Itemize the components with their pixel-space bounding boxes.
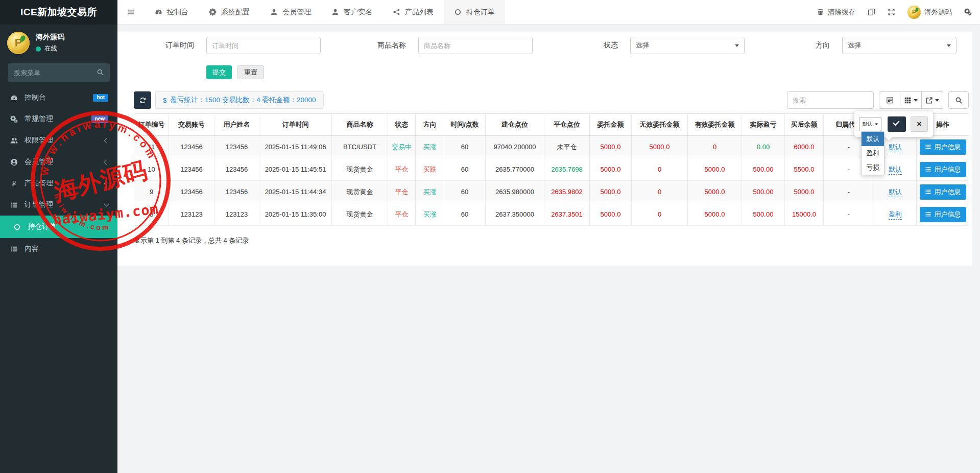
table-cell: 现货黄金 — [332, 158, 388, 181]
nav-tab-product-list[interactable]: 产品列表 — [383, 0, 444, 24]
column-header[interactable]: 建仓点位 — [486, 114, 544, 136]
pnl-stats-bar: $ 盈亏统计：1500 交易比数：4 委托金额：20000 — [155, 91, 324, 109]
table-cell: - — [824, 203, 874, 226]
detail-view-button[interactable] — [879, 91, 900, 109]
sidebar-item-products[interactable]: 产品管理 — [0, 173, 117, 194]
column-header[interactable]: 交易账号 — [169, 114, 214, 136]
nav-tab-positions[interactable]: 持仓订单 — [444, 0, 505, 24]
column-header[interactable]: 无效委托金额 — [632, 114, 688, 136]
dropdown-option-loss[interactable]: 亏损 — [862, 160, 884, 175]
cancel-button[interactable]: × — [911, 116, 928, 132]
copy-pages-button[interactable] — [868, 8, 875, 16]
sidebar-item-orders[interactable]: 订单管理 — [0, 194, 117, 216]
column-header[interactable]: 实际盈亏 — [742, 114, 785, 136]
confirm-button[interactable] — [888, 116, 906, 132]
column-header[interactable]: 买后余额 — [785, 114, 824, 136]
profit-type-link[interactable]: 默认 — [889, 143, 902, 152]
content-panel: 订单时间 商品名称 状态 选择 方向 选择 提交 重置 $ — [117, 32, 972, 266]
fullscreen-button[interactable] — [888, 8, 895, 16]
avatar — [907, 6, 921, 19]
user-info-button[interactable]: 用户信息 — [920, 184, 966, 200]
table-cell: 买跌 — [416, 158, 444, 181]
table-cell: 2025-01-15 11:44:34 — [259, 181, 332, 203]
user-name: 海外源码 — [36, 33, 64, 42]
column-header[interactable]: 平仓点位 — [544, 114, 590, 136]
column-header[interactable]: 时间/点数 — [444, 114, 486, 136]
status-label: 状态 — [570, 41, 618, 50]
hamburger-icon — [127, 8, 135, 16]
table-toolbar: $ 盈亏统计：1500 交易比数：4 委托金额：20000 — [134, 91, 969, 109]
table-cell: 5000.0 — [688, 203, 742, 226]
direction-label: 方向 — [782, 41, 830, 50]
column-header[interactable]: 用户姓名 — [214, 114, 259, 136]
order-time-input[interactable] — [206, 37, 321, 54]
sidebar-search-input[interactable] — [8, 63, 110, 82]
profit-type-select[interactable]: 默认 — [859, 117, 881, 131]
nav-tab-dashboard[interactable]: 控制台 — [145, 0, 199, 24]
table-cell: 5000.0 — [688, 181, 742, 203]
column-header[interactable]: 商品名称 — [332, 114, 388, 136]
sidebar-item-positions[interactable]: 持仓订单 — [0, 216, 117, 238]
table-cell: 123456 — [214, 136, 259, 158]
sidebar-search — [8, 63, 110, 82]
dropdown-option-profit[interactable]: 盈利 — [862, 146, 884, 160]
table-cell: 123456 — [169, 181, 214, 203]
table-cell: 0 — [632, 181, 688, 203]
table-cell: 123456 — [214, 181, 259, 203]
product-name-label: 商品名称 — [358, 41, 406, 50]
user-info-button[interactable]: 用户信息 — [920, 207, 966, 222]
new-badge: new — [91, 115, 108, 123]
table-search-input[interactable] — [787, 91, 874, 109]
column-header[interactable]: 委托金额 — [590, 114, 632, 136]
table-cell: 5000.0 — [590, 203, 632, 226]
column-header[interactable]: 有效委托金额 — [688, 114, 742, 136]
sidebar-item-general[interactable]: 常规管理 new — [0, 108, 117, 130]
table-cell: 2025-01-15 11:35:00 — [259, 203, 332, 226]
column-header[interactable]: 订单编号 — [134, 114, 169, 136]
sidebar-item-dashboard[interactable]: 控制台 hot — [0, 87, 117, 108]
profit-type-link[interactable]: 盈利 — [889, 210, 902, 220]
sidebar-item-members[interactable]: 会员管理 — [0, 151, 117, 173]
columns-button[interactable] — [900, 91, 922, 109]
table-cell: 9 — [134, 181, 169, 203]
trash-icon — [817, 8, 824, 16]
column-header[interactable]: 状态 — [388, 114, 416, 136]
search-icon — [97, 68, 104, 76]
user-info-button[interactable]: 用户信息 — [920, 139, 966, 155]
nav-tab-kyc[interactable]: 客户实名 — [321, 0, 383, 24]
sidebar-item-permissions[interactable]: 权限管理 — [0, 130, 117, 151]
submit-button[interactable]: 提交 — [206, 65, 232, 79]
table-cell-actions: 用户信息 — [917, 158, 969, 181]
export-button[interactable] — [922, 91, 943, 109]
table-cell: 2025-01-15 11:49:06 — [259, 136, 332, 158]
table-row: 101234561234562025-01-15 11:45:51现货黄金平仓买… — [134, 158, 969, 181]
user-panel: 海外源码 在线 — [0, 25, 117, 56]
profit-type-link[interactable]: 默认 — [889, 165, 902, 175]
reset-button[interactable]: 重置 — [237, 65, 264, 79]
nav-tab-system-config[interactable]: 系统配置 — [199, 0, 260, 24]
user-info-button[interactable]: 用户信息 — [920, 162, 966, 177]
direction-select[interactable]: 选择 — [842, 37, 957, 54]
navbar-username: 海外源码 — [924, 8, 952, 17]
dropdown-option-default[interactable]: 默认 — [862, 132, 884, 146]
column-header[interactable]: 订单时间 — [259, 114, 332, 136]
user-menu[interactable]: 海外源码 — [907, 6, 952, 19]
column-header[interactable]: 方向 — [416, 114, 444, 136]
status-select[interactable]: 选择 — [630, 37, 745, 54]
sidebar-item-content[interactable]: 内容 — [0, 238, 117, 259]
brand-title: ICE新加坡交易所 — [0, 0, 117, 25]
users-icon — [10, 137, 18, 145]
user-status: 在线 — [36, 44, 64, 53]
caret-down-icon — [914, 99, 918, 102]
clear-cache-button[interactable]: 清除缓存 — [817, 8, 855, 17]
table-cell: 5000.0 — [590, 158, 632, 181]
refresh-button[interactable] — [134, 91, 151, 109]
profit-type-link[interactable]: 默认 — [889, 188, 902, 197]
table-cell: 现货黄金 — [332, 203, 388, 226]
product-name-input[interactable] — [418, 37, 533, 54]
search-button[interactable] — [948, 91, 969, 109]
nav-tab-members[interactable]: 会员管理 — [260, 0, 321, 24]
menu-toggle-button[interactable] — [117, 0, 145, 24]
settings-cogs-button[interactable] — [964, 8, 972, 16]
table-cell-actions: 用户信息 — [917, 203, 969, 226]
